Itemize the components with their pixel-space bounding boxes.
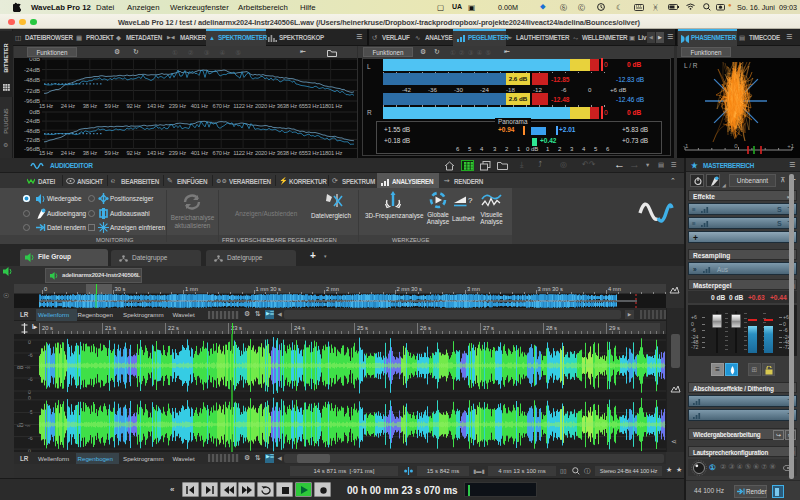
svg-text:24 Hz: 24 Hz <box>61 103 75 109</box>
svg-text:92 Hz: 92 Hz <box>127 103 141 109</box>
svg-text:3638 Hz: 3638 Hz <box>277 150 297 156</box>
svg-text:2020 Hz: 2020 Hz <box>255 150 275 156</box>
svg-text:-96dB: -96dB <box>24 146 40 152</box>
svg-text:-96dB: -96dB <box>24 98 40 104</box>
svg-text:24 Hz: 24 Hz <box>61 150 75 156</box>
svg-text:401 Hz: 401 Hz <box>191 150 208 156</box>
svg-text:92 Hz: 92 Hz <box>127 150 141 156</box>
svg-text:6553 Hz: 6553 Hz <box>299 103 319 109</box>
svg-text:-24dB: -24dB <box>24 67 40 73</box>
svg-text:?: ? <box>468 196 473 205</box>
svg-text:3638 Hz: 3638 Hz <box>277 103 297 109</box>
svg-text:0dB: 0dB <box>29 109 40 115</box>
svg-text:-24dB: -24dB <box>24 118 40 124</box>
svg-text:11801 Hz: 11801 Hz <box>319 150 342 156</box>
svg-text:L / R: L / R <box>684 62 698 69</box>
svg-text:0dB: 0dB <box>29 58 40 62</box>
svg-text:1122 Hz: 1122 Hz <box>233 103 253 109</box>
svg-text:+1: +1 <box>787 143 795 149</box>
svg-text:-72dB: -72dB <box>24 88 40 94</box>
svg-text:143 Hz: 143 Hz <box>147 103 164 109</box>
svg-text:670 Hz: 670 Hz <box>213 103 230 109</box>
svg-text:401 Hz: 401 Hz <box>191 103 208 109</box>
svg-text:15 Hz: 15 Hz <box>39 103 53 109</box>
svg-text:-1: -1 <box>683 143 689 149</box>
svg-text:670 Hz: 670 Hz <box>213 150 230 156</box>
svg-text:38 Hz: 38 Hz <box>83 103 97 109</box>
svg-text:1122 Hz: 1122 Hz <box>233 150 253 156</box>
svg-text:-48dB: -48dB <box>24 77 40 83</box>
svg-text:6553 Hz: 6553 Hz <box>299 150 319 156</box>
svg-text:11801 Hz: 11801 Hz <box>319 103 342 109</box>
svg-text:15 Hz: 15 Hz <box>39 150 53 156</box>
svg-text:239 Hz: 239 Hz <box>169 103 186 109</box>
svg-text:-48dB: -48dB <box>24 128 40 134</box>
svg-text:239 Hz: 239 Hz <box>169 150 186 156</box>
svg-text:143 Hz: 143 Hz <box>147 150 164 156</box>
svg-text:59 Hz: 59 Hz <box>105 103 119 109</box>
svg-text:2020 Hz: 2020 Hz <box>255 103 275 109</box>
svg-text:38 Hz: 38 Hz <box>83 150 97 156</box>
svg-text:59 Hz: 59 Hz <box>105 150 119 156</box>
svg-text:-72dB: -72dB <box>24 137 40 143</box>
